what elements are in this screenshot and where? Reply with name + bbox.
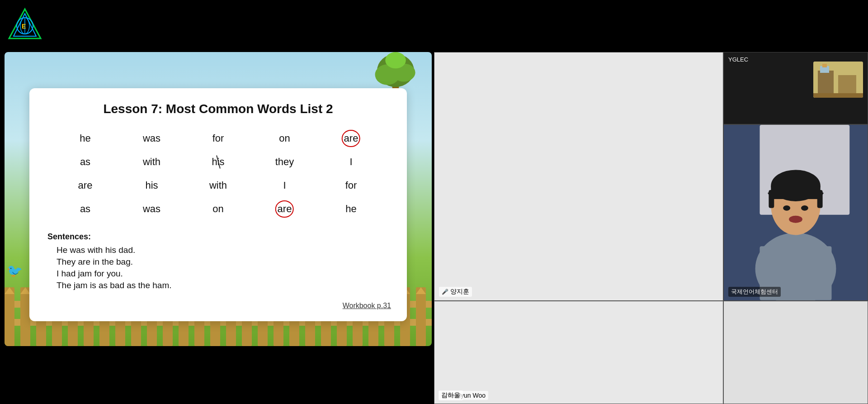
right-top-section: 🎤 양지훈 YGLEC xyxy=(434,52,868,301)
word-they: they xyxy=(251,152,318,171)
word-are-r2: are xyxy=(52,176,118,195)
slash-mark xyxy=(216,155,221,168)
svg-rect-69 xyxy=(838,75,856,95)
svg-rect-68 xyxy=(818,71,834,95)
word-his-r2: his xyxy=(118,176,185,195)
word-I-r1: I xyxy=(318,152,384,171)
logo-area: E xyxy=(7,7,43,43)
word-for-r2: for xyxy=(318,176,384,195)
word-as-r1: as xyxy=(52,152,118,171)
word-for-r0: for xyxy=(185,129,251,148)
presenter-content xyxy=(724,125,868,300)
svg-point-83 xyxy=(801,205,808,211)
word-he-r3: he xyxy=(318,200,384,219)
bird-decoration: 🐦 xyxy=(7,263,23,278)
participant-label-kimhawool: 김하울 xyxy=(439,390,463,400)
room-thumbnail xyxy=(813,62,863,98)
word-was-r3: was xyxy=(118,200,185,219)
svg-rect-70 xyxy=(813,93,863,98)
word-he: he xyxy=(52,129,118,148)
svg-rect-15 xyxy=(20,287,30,346)
svg-rect-72 xyxy=(822,64,827,67)
mic-off-icon: 🎤 xyxy=(442,289,448,295)
svg-text:E: E xyxy=(22,23,26,30)
word-on-r3: on xyxy=(185,200,251,219)
slide-area: 🐦 xyxy=(5,52,432,346)
word-with-r2: with xyxy=(185,176,251,195)
sentences-section: Sentences: He was with his dad. They are… xyxy=(47,232,389,290)
svg-point-84 xyxy=(789,216,802,223)
yglec-label: YGLEC xyxy=(728,56,748,63)
sentence-4: The jam is as bad as the ham. xyxy=(47,280,389,290)
slide-title: Lesson 7: Most Common Words List 2 xyxy=(47,102,389,116)
presenter-name-label: 국제언어체험센터 xyxy=(728,287,781,297)
word-on-r0: on xyxy=(251,129,318,148)
svg-point-10 xyxy=(385,52,406,68)
slide-card: Lesson 7: Most Common Words List 2 he wa… xyxy=(29,88,407,321)
video-slot-kimhawool: 김하울 xyxy=(723,301,868,404)
svg-rect-65 xyxy=(416,287,426,346)
word-are-circle-2: are xyxy=(278,203,292,215)
right-bottom-section: Shin Hyun Woo 김하울 xyxy=(434,301,868,404)
svg-point-82 xyxy=(783,205,790,211)
words-grid: he was for on are as with his they I are… xyxy=(47,129,389,219)
svg-rect-13 xyxy=(5,287,14,346)
presenter-video: 국제언어체험센터 xyxy=(723,124,868,301)
sentence-2: They are in the bag. xyxy=(47,257,389,267)
sentence-1: He was with his dad. xyxy=(47,245,389,255)
right-column: YGLEC xyxy=(723,52,868,301)
video-slot-shinhyunwoo: Shin Hyun Woo xyxy=(434,301,723,404)
video-slot-yangjihun: 🎤 양지훈 xyxy=(434,52,723,301)
word-are-circled-r0: are xyxy=(318,129,384,148)
right-panel: 🎤 양지훈 YGLEC xyxy=(434,52,868,404)
participant-label-yangjihun: 🎤 양지훈 xyxy=(439,287,472,297)
workbook-reference: Workbook p.31 xyxy=(343,302,391,310)
word-with-r1: with xyxy=(118,152,185,171)
word-are-circle-1: are xyxy=(344,133,359,144)
word-was-r0: was xyxy=(118,129,185,148)
word-I-r2: I xyxy=(251,176,318,195)
word-as-r3: as xyxy=(52,200,118,219)
sentences-label: Sentences: xyxy=(47,232,389,242)
sentence-3: I had jam for you. xyxy=(47,269,389,279)
word-his-r1: his xyxy=(185,152,251,171)
thumbnail-area: YGLEC xyxy=(723,52,868,124)
word-are-circled-r3: are xyxy=(251,200,318,219)
